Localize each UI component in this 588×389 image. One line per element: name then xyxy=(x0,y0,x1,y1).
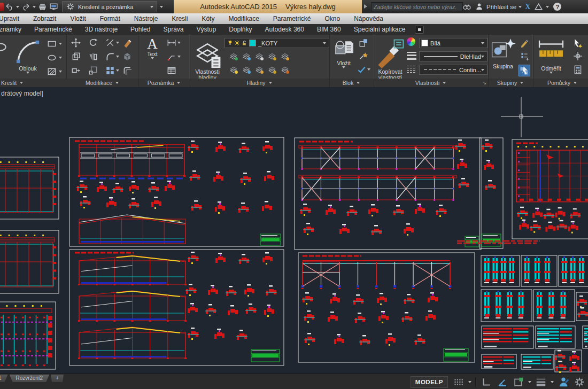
ribbon-tab-specialni-aplikace[interactable]: Speciální aplikace xyxy=(347,24,412,35)
ribbon-tab-vystup[interactable]: Výstup xyxy=(190,24,223,35)
sheet-left-bottom[interactable] xyxy=(0,302,56,369)
layer-prev-icon[interactable] xyxy=(280,65,290,74)
layer-isolate-icon[interactable] xyxy=(229,51,238,61)
dialog-launcher-icon[interactable]: ↘ xyxy=(482,81,486,85)
ribbon-tab-parametricke[interactable]: Parametrické xyxy=(28,24,79,35)
circle-tool-icon[interactable] xyxy=(0,40,7,54)
menu-upravit[interactable]: Upravit xyxy=(0,13,26,24)
lineweight-toggle-icon[interactable] xyxy=(533,376,548,388)
id-point-icon[interactable] xyxy=(573,38,583,48)
grid-caret-icon[interactable] xyxy=(468,381,471,383)
array-icon[interactable] xyxy=(105,66,115,75)
grid-toggle-icon[interactable] xyxy=(451,376,466,388)
sheet-right-top[interactable] xyxy=(295,138,481,250)
new-layout-tab[interactable]: + xyxy=(51,375,64,382)
menu-parametricke[interactable]: Parametrické xyxy=(266,13,318,24)
exchange-apps-icon[interactable]: X xyxy=(525,3,530,11)
stretch-icon[interactable] xyxy=(71,66,81,75)
search-binoculars-icon[interactable] xyxy=(462,2,471,11)
layer-on-tool-icon[interactable] xyxy=(229,65,238,74)
panel-label-kreslit[interactable]: Kreslit xyxy=(0,79,67,87)
autodesk-360-caret-icon[interactable] xyxy=(546,6,549,8)
offset-icon[interactable] xyxy=(122,66,132,75)
ribbon-tab-bim-360[interactable]: BIM 360 xyxy=(311,24,347,35)
help-icon[interactable]: ? xyxy=(553,3,561,11)
undo-icon[interactable] xyxy=(5,2,14,11)
layer-freeze-icon[interactable] xyxy=(242,51,251,61)
ribbon-tab-autodesk-360[interactable]: Autodesk 360 xyxy=(259,24,311,35)
lineweight-select[interactable]: DleHlad xyxy=(419,51,488,61)
lineweight-caret-icon[interactable] xyxy=(551,381,554,383)
linetype-select[interactable]: Contin... xyxy=(419,65,488,75)
polar-tracking-icon[interactable] xyxy=(495,376,510,388)
drawing-canvas[interactable]: drátový model] xyxy=(0,87,588,374)
osnap-toggle-icon[interactable] xyxy=(511,376,526,388)
print-icon[interactable] xyxy=(38,2,47,11)
ortho-toggle-icon[interactable] xyxy=(479,376,494,388)
menu-modifikace[interactable]: Modifikace xyxy=(221,13,266,24)
detail-panels-bottom-right[interactable] xyxy=(481,255,588,373)
sheet-far-right-narrow[interactable] xyxy=(479,138,503,248)
ribbon-tab-poznamky[interactable]: Poznámky xyxy=(0,24,28,35)
table-icon[interactable] xyxy=(167,66,176,75)
ellipse-tool-icon[interactable] xyxy=(47,53,57,63)
panel-label-skupiny[interactable]: Skupiny xyxy=(489,79,533,87)
layer-properties-button[interactable]: Vlastnosti hladiny xyxy=(191,37,223,81)
search-input[interactable] xyxy=(371,2,463,11)
menu-okno[interactable]: Okno xyxy=(318,13,347,24)
panel-label-poznamka[interactable]: Poznámka xyxy=(139,79,190,87)
create-block-icon[interactable] xyxy=(359,38,368,48)
object-color-select[interactable]: Bílá xyxy=(419,38,488,48)
sheet-far-right-plan[interactable] xyxy=(512,139,588,239)
explode-icon[interactable] xyxy=(122,52,132,61)
leader-icon[interactable] xyxy=(167,52,176,61)
redo-dropdown-icon[interactable] xyxy=(33,6,36,8)
ribbon-tab-pohled[interactable]: Pohled xyxy=(124,24,157,35)
rectangle-tool-icon[interactable] xyxy=(47,39,57,49)
sheet-center-top[interactable] xyxy=(69,137,284,246)
layer-thaw-tool-icon[interactable] xyxy=(242,65,251,74)
sheet-left-top[interactable] xyxy=(0,157,59,219)
layer-thaw-all-icon[interactable] xyxy=(254,65,264,74)
autodesk-360-icon[interactable] xyxy=(534,2,543,11)
match-properties-button[interactable]: Kopírovat vlastnosti xyxy=(374,37,406,81)
linetype-list-icon[interactable] xyxy=(407,66,416,73)
layout-tab-rozvrzeni2[interactable]: Rozvržení2 xyxy=(10,375,50,382)
viewport-controls[interactable]: drátový model] xyxy=(1,90,43,97)
group-edit-icon[interactable] xyxy=(520,38,529,48)
user-icon[interactable] xyxy=(475,2,484,11)
ribbon-tab-doplnky[interactable]: Doplňky xyxy=(222,24,258,35)
panel-label-vlastnosti[interactable]: Vlastnosti xyxy=(374,79,488,87)
panel-label-modifikace[interactable]: Modifikace xyxy=(67,79,138,87)
erase-icon[interactable] xyxy=(122,38,132,48)
layer-select[interactable]: _KOTY xyxy=(225,38,329,48)
menu-format[interactable]: Formát xyxy=(93,13,127,24)
layer-match-icon[interactable] xyxy=(280,51,290,61)
layer-unlock-icon[interactable] xyxy=(267,65,277,74)
panel-label-blok[interactable]: Blok xyxy=(330,79,374,87)
annotation-monitor-icon[interactable] xyxy=(556,376,571,388)
panel-label-pomucky[interactable]: Pomůcky xyxy=(533,79,588,87)
point-marker-icon[interactable] xyxy=(573,51,583,61)
menu-vlozit[interactable]: Vložit xyxy=(63,13,92,24)
arc-button[interactable]: Oblouk xyxy=(14,38,42,74)
insert-block-button[interactable]: Vložit xyxy=(332,37,355,68)
dimension-icon[interactable] xyxy=(167,38,176,48)
scale-icon[interactable] xyxy=(88,66,98,75)
color-wheel-icon[interactable] xyxy=(407,37,415,46)
sheet-right-bottom[interactable] xyxy=(298,253,475,362)
ribbon-minimize-icon[interactable] xyxy=(415,26,424,34)
sign-in-caret-icon[interactable] xyxy=(519,6,522,8)
customize-gear-icon[interactable] xyxy=(572,376,587,388)
sign-in-button[interactable]: Přihlásit se xyxy=(486,4,516,10)
lineweight-list-icon[interactable] xyxy=(407,52,416,60)
ribbon-tab-3d-nastroje[interactable]: 3D nástroje xyxy=(79,24,124,35)
toolbar-overflow-icon[interactable] xyxy=(160,6,163,8)
hatch-tool-icon[interactable] xyxy=(47,67,57,76)
text-button[interactable]: A Text xyxy=(141,37,164,59)
panel-label-hladiny[interactable]: Hladiny xyxy=(190,79,329,87)
menu-koty[interactable]: Kóty xyxy=(195,13,221,24)
sheet-left-middle[interactable] xyxy=(0,230,59,293)
sheet-center-bottom[interactable] xyxy=(69,250,284,365)
edit-attributes-icon[interactable] xyxy=(359,51,368,61)
